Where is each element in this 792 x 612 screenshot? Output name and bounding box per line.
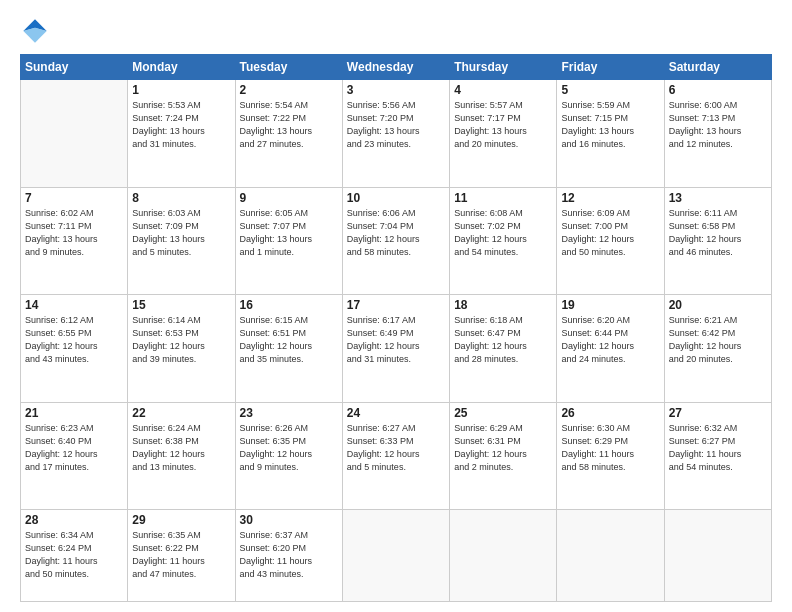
calendar-day-cell: 8Sunrise: 6:03 AM Sunset: 7:09 PM Daylig… <box>128 187 235 295</box>
day-info: Sunrise: 6:34 AM Sunset: 6:24 PM Dayligh… <box>25 529 123 581</box>
day-number: 8 <box>132 191 230 205</box>
calendar-day-cell: 28Sunrise: 6:34 AM Sunset: 6:24 PM Dayli… <box>21 510 128 602</box>
day-info: Sunrise: 5:53 AM Sunset: 7:24 PM Dayligh… <box>132 99 230 151</box>
logo <box>20 16 54 46</box>
calendar-table: SundayMondayTuesdayWednesdayThursdayFrid… <box>20 54 772 602</box>
calendar-week-row: 28Sunrise: 6:34 AM Sunset: 6:24 PM Dayli… <box>21 510 772 602</box>
weekday-header-saturday: Saturday <box>664 55 771 80</box>
day-number: 21 <box>25 406 123 420</box>
calendar-day-cell: 7Sunrise: 6:02 AM Sunset: 7:11 PM Daylig… <box>21 187 128 295</box>
day-number: 10 <box>347 191 445 205</box>
day-info: Sunrise: 6:05 AM Sunset: 7:07 PM Dayligh… <box>240 207 338 259</box>
day-info: Sunrise: 6:30 AM Sunset: 6:29 PM Dayligh… <box>561 422 659 474</box>
calendar-day-cell: 13Sunrise: 6:11 AM Sunset: 6:58 PM Dayli… <box>664 187 771 295</box>
day-info: Sunrise: 6:08 AM Sunset: 7:02 PM Dayligh… <box>454 207 552 259</box>
day-info: Sunrise: 6:06 AM Sunset: 7:04 PM Dayligh… <box>347 207 445 259</box>
calendar-day-cell: 17Sunrise: 6:17 AM Sunset: 6:49 PM Dayli… <box>342 295 449 403</box>
calendar-day-cell: 4Sunrise: 5:57 AM Sunset: 7:17 PM Daylig… <box>450 80 557 188</box>
day-info: Sunrise: 5:57 AM Sunset: 7:17 PM Dayligh… <box>454 99 552 151</box>
day-info: Sunrise: 6:35 AM Sunset: 6:22 PM Dayligh… <box>132 529 230 581</box>
day-info: Sunrise: 6:12 AM Sunset: 6:55 PM Dayligh… <box>25 314 123 366</box>
calendar-day-cell <box>21 80 128 188</box>
calendar-day-cell: 10Sunrise: 6:06 AM Sunset: 7:04 PM Dayli… <box>342 187 449 295</box>
weekday-header-monday: Monday <box>128 55 235 80</box>
day-info: Sunrise: 6:27 AM Sunset: 6:33 PM Dayligh… <box>347 422 445 474</box>
day-info: Sunrise: 5:56 AM Sunset: 7:20 PM Dayligh… <box>347 99 445 151</box>
calendar-day-cell: 12Sunrise: 6:09 AM Sunset: 7:00 PM Dayli… <box>557 187 664 295</box>
day-info: Sunrise: 6:14 AM Sunset: 6:53 PM Dayligh… <box>132 314 230 366</box>
calendar-day-cell: 5Sunrise: 5:59 AM Sunset: 7:15 PM Daylig… <box>557 80 664 188</box>
day-number: 4 <box>454 83 552 97</box>
calendar-day-cell: 1Sunrise: 5:53 AM Sunset: 7:24 PM Daylig… <box>128 80 235 188</box>
calendar-day-cell: 19Sunrise: 6:20 AM Sunset: 6:44 PM Dayli… <box>557 295 664 403</box>
day-info: Sunrise: 6:00 AM Sunset: 7:13 PM Dayligh… <box>669 99 767 151</box>
day-info: Sunrise: 6:20 AM Sunset: 6:44 PM Dayligh… <box>561 314 659 366</box>
day-number: 12 <box>561 191 659 205</box>
day-number: 1 <box>132 83 230 97</box>
weekday-header-sunday: Sunday <box>21 55 128 80</box>
day-number: 24 <box>347 406 445 420</box>
day-number: 15 <box>132 298 230 312</box>
calendar-week-row: 21Sunrise: 6:23 AM Sunset: 6:40 PM Dayli… <box>21 402 772 510</box>
day-info: Sunrise: 6:17 AM Sunset: 6:49 PM Dayligh… <box>347 314 445 366</box>
day-number: 9 <box>240 191 338 205</box>
day-number: 7 <box>25 191 123 205</box>
day-info: Sunrise: 5:54 AM Sunset: 7:22 PM Dayligh… <box>240 99 338 151</box>
calendar-day-cell: 14Sunrise: 6:12 AM Sunset: 6:55 PM Dayli… <box>21 295 128 403</box>
calendar-day-cell: 25Sunrise: 6:29 AM Sunset: 6:31 PM Dayli… <box>450 402 557 510</box>
calendar-day-cell <box>450 510 557 602</box>
day-info: Sunrise: 6:02 AM Sunset: 7:11 PM Dayligh… <box>25 207 123 259</box>
day-number: 23 <box>240 406 338 420</box>
calendar-day-cell: 3Sunrise: 5:56 AM Sunset: 7:20 PM Daylig… <box>342 80 449 188</box>
day-number: 22 <box>132 406 230 420</box>
day-number: 19 <box>561 298 659 312</box>
day-number: 5 <box>561 83 659 97</box>
day-number: 27 <box>669 406 767 420</box>
calendar-day-cell: 23Sunrise: 6:26 AM Sunset: 6:35 PM Dayli… <box>235 402 342 510</box>
calendar-day-cell: 29Sunrise: 6:35 AM Sunset: 6:22 PM Dayli… <box>128 510 235 602</box>
weekday-header-tuesday: Tuesday <box>235 55 342 80</box>
calendar-day-cell: 2Sunrise: 5:54 AM Sunset: 7:22 PM Daylig… <box>235 80 342 188</box>
calendar-day-cell: 27Sunrise: 6:32 AM Sunset: 6:27 PM Dayli… <box>664 402 771 510</box>
calendar-week-row: 14Sunrise: 6:12 AM Sunset: 6:55 PM Dayli… <box>21 295 772 403</box>
day-number: 28 <box>25 513 123 527</box>
day-number: 13 <box>669 191 767 205</box>
day-number: 26 <box>561 406 659 420</box>
weekday-header-row: SundayMondayTuesdayWednesdayThursdayFrid… <box>21 55 772 80</box>
day-info: Sunrise: 6:11 AM Sunset: 6:58 PM Dayligh… <box>669 207 767 259</box>
calendar-day-cell: 15Sunrise: 6:14 AM Sunset: 6:53 PM Dayli… <box>128 295 235 403</box>
day-info: Sunrise: 6:26 AM Sunset: 6:35 PM Dayligh… <box>240 422 338 474</box>
calendar-day-cell: 21Sunrise: 6:23 AM Sunset: 6:40 PM Dayli… <box>21 402 128 510</box>
page: SundayMondayTuesdayWednesdayThursdayFrid… <box>0 0 792 612</box>
calendar-day-cell: 6Sunrise: 6:00 AM Sunset: 7:13 PM Daylig… <box>664 80 771 188</box>
calendar-day-cell <box>342 510 449 602</box>
day-info: Sunrise: 6:18 AM Sunset: 6:47 PM Dayligh… <box>454 314 552 366</box>
day-number: 17 <box>347 298 445 312</box>
calendar-day-cell: 30Sunrise: 6:37 AM Sunset: 6:20 PM Dayli… <box>235 510 342 602</box>
day-number: 25 <box>454 406 552 420</box>
day-info: Sunrise: 6:09 AM Sunset: 7:00 PM Dayligh… <box>561 207 659 259</box>
day-info: Sunrise: 6:23 AM Sunset: 6:40 PM Dayligh… <box>25 422 123 474</box>
weekday-header-friday: Friday <box>557 55 664 80</box>
calendar-day-cell: 26Sunrise: 6:30 AM Sunset: 6:29 PM Dayli… <box>557 402 664 510</box>
weekday-header-wednesday: Wednesday <box>342 55 449 80</box>
calendar-day-cell: 11Sunrise: 6:08 AM Sunset: 7:02 PM Dayli… <box>450 187 557 295</box>
day-number: 30 <box>240 513 338 527</box>
day-number: 6 <box>669 83 767 97</box>
day-info: Sunrise: 6:21 AM Sunset: 6:42 PM Dayligh… <box>669 314 767 366</box>
calendar-day-cell: 20Sunrise: 6:21 AM Sunset: 6:42 PM Dayli… <box>664 295 771 403</box>
day-number: 2 <box>240 83 338 97</box>
day-info: Sunrise: 6:29 AM Sunset: 6:31 PM Dayligh… <box>454 422 552 474</box>
day-number: 18 <box>454 298 552 312</box>
header <box>20 16 772 46</box>
calendar-week-row: 7Sunrise: 6:02 AM Sunset: 7:11 PM Daylig… <box>21 187 772 295</box>
calendar-day-cell: 24Sunrise: 6:27 AM Sunset: 6:33 PM Dayli… <box>342 402 449 510</box>
logo-icon <box>20 16 50 46</box>
day-number: 20 <box>669 298 767 312</box>
day-info: Sunrise: 6:15 AM Sunset: 6:51 PM Dayligh… <box>240 314 338 366</box>
weekday-header-thursday: Thursday <box>450 55 557 80</box>
calendar-day-cell <box>557 510 664 602</box>
day-number: 3 <box>347 83 445 97</box>
day-info: Sunrise: 5:59 AM Sunset: 7:15 PM Dayligh… <box>561 99 659 151</box>
calendar-week-row: 1Sunrise: 5:53 AM Sunset: 7:24 PM Daylig… <box>21 80 772 188</box>
